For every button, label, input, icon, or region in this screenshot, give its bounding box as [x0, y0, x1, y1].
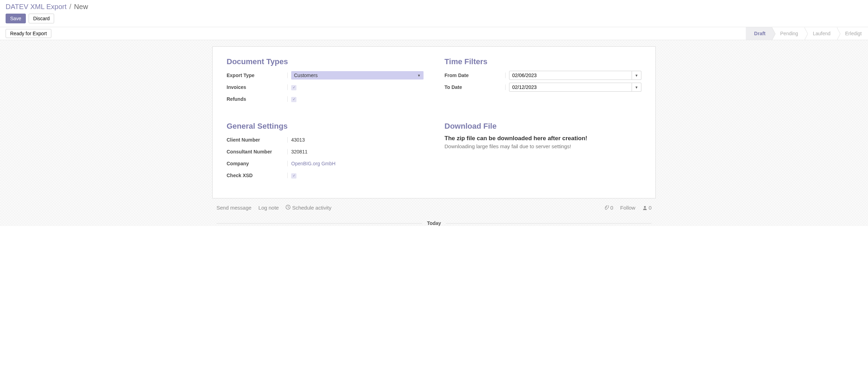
download-file-title: Download File — [444, 122, 641, 131]
attachments-count: 0 — [610, 205, 613, 211]
time-filters-title: Time Filters — [444, 57, 641, 66]
breadcrumb-current: New — [74, 3, 88, 11]
refunds-label: Refunds — [227, 96, 288, 102]
schedule-activity-button[interactable]: Schedule activity — [286, 205, 331, 211]
export-type-label: Export Type — [227, 73, 288, 78]
from-date-toggle[interactable]: ▼ — [632, 71, 641, 80]
paperclip-icon — [604, 205, 609, 210]
send-message-button[interactable]: Send message — [216, 205, 251, 211]
status-draft[interactable]: Draft — [746, 27, 772, 40]
consultant-number-value: 320811 — [288, 149, 424, 154]
consultant-number-label: Consultant Number — [227, 149, 288, 154]
svg-point-1 — [644, 206, 646, 207]
download-heading: The zip file can be downloaded here afte… — [444, 135, 641, 142]
check-xsd-checkbox[interactable]: ✓ — [291, 173, 296, 179]
breadcrumb-root-link[interactable]: DATEV XML Export — [6, 3, 67, 11]
client-number-label: Client Number — [227, 137, 288, 143]
followers-counter[interactable]: 0 — [642, 205, 652, 211]
refunds-checkbox[interactable]: ✓ — [291, 97, 296, 102]
log-note-button[interactable]: Log note — [258, 205, 279, 211]
attachments-counter[interactable]: 0 — [604, 205, 613, 211]
company-link[interactable]: OpenBIG.org GmbH — [288, 161, 424, 166]
breadcrumb: DATEV XML Export / New — [6, 3, 862, 11]
schedule-activity-label: Schedule activity — [292, 205, 332, 211]
ready-for-export-button[interactable]: Ready for Export — [6, 29, 51, 38]
divider-left — [216, 223, 422, 224]
check-xsd-label: Check XSD — [227, 173, 288, 178]
to-date-toggle[interactable]: ▼ — [632, 83, 641, 92]
status-pending[interactable]: Pending — [772, 27, 804, 40]
divider-right — [446, 223, 652, 224]
breadcrumb-separator: / — [69, 3, 72, 11]
download-note: Downloading large files may fail due to … — [444, 143, 641, 149]
statusbar: Draft Pending Laufend Erledigt — [746, 27, 868, 40]
invoices-checkbox[interactable]: ✓ — [291, 85, 296, 90]
client-number-value: 43013 — [288, 137, 424, 143]
today-divider: Today — [422, 220, 446, 226]
follow-button[interactable]: Follow — [620, 205, 635, 211]
document-types-title: Document Types — [227, 57, 424, 66]
status-laufend[interactable]: Laufend — [804, 27, 837, 40]
followers-count: 0 — [649, 205, 652, 211]
save-button[interactable]: Save — [6, 14, 26, 23]
user-icon — [642, 205, 647, 210]
from-date-label: From Date — [444, 73, 506, 78]
discard-button[interactable]: Discard — [29, 14, 54, 23]
status-erledigt[interactable]: Erledigt — [837, 27, 868, 40]
to-date-label: To Date — [444, 84, 506, 90]
from-date-input[interactable] — [509, 71, 632, 80]
company-label: Company — [227, 161, 288, 166]
to-date-input[interactable] — [509, 83, 632, 92]
form-sheet: Document Types Export Type Customers ▼ I… — [212, 46, 656, 198]
general-settings-title: General Settings — [227, 122, 424, 131]
export-type-select[interactable]: Customers — [291, 71, 424, 80]
invoices-label: Invoices — [227, 84, 288, 90]
clock-icon — [286, 205, 290, 210]
